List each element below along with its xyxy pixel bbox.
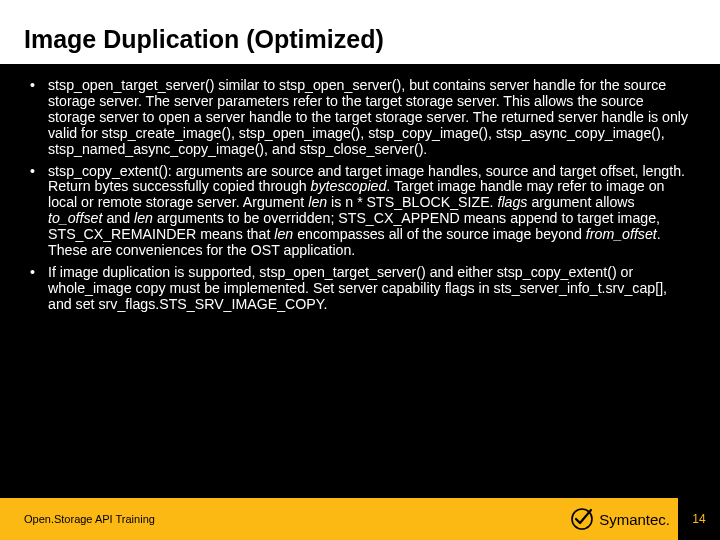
bullet-text: If image duplication is supported, stsp_…	[48, 264, 667, 312]
italic-term: to_offset	[48, 210, 102, 226]
italic-term: from_offset	[586, 226, 657, 242]
italic-term: flags	[497, 194, 527, 210]
italic-term: len	[274, 226, 293, 242]
bullet-list: stsp_open_target_server() similar to sts…	[30, 78, 690, 313]
italic-term: len	[308, 194, 327, 210]
brand-name: Symantec.	[599, 511, 670, 528]
bullet-text: encompasses all of the source image beyo…	[293, 226, 586, 242]
slide-title: Image Duplication (Optimized)	[24, 25, 384, 54]
bullet-text: and	[102, 210, 134, 226]
italic-term: len	[134, 210, 153, 226]
bullet-text: is n * STS_BLOCK_SIZE.	[327, 194, 497, 210]
brand-check-icon	[571, 508, 593, 530]
footer-label: Open.Storage API Training	[0, 513, 571, 525]
title-band: Image Duplication (Optimized)	[0, 0, 720, 64]
footer-bar: Open.Storage API Training Symantec. 14	[0, 498, 720, 540]
bullet-item: stsp_copy_extent(): arguments are source…	[30, 164, 690, 259]
page-number: 14	[678, 498, 720, 540]
italic-term: bytescopied	[311, 178, 387, 194]
slide: Image Duplication (Optimized) stsp_open_…	[0, 0, 720, 540]
content-area: stsp_open_target_server() similar to sts…	[0, 64, 720, 540]
brand: Symantec.	[571, 508, 678, 530]
bullet-item: If image duplication is supported, stsp_…	[30, 265, 690, 313]
bullet-text: stsp_open_target_server() similar to sts…	[48, 77, 688, 157]
bullet-text: argument allows	[527, 194, 634, 210]
bullet-item: stsp_open_target_server() similar to sts…	[30, 78, 690, 158]
